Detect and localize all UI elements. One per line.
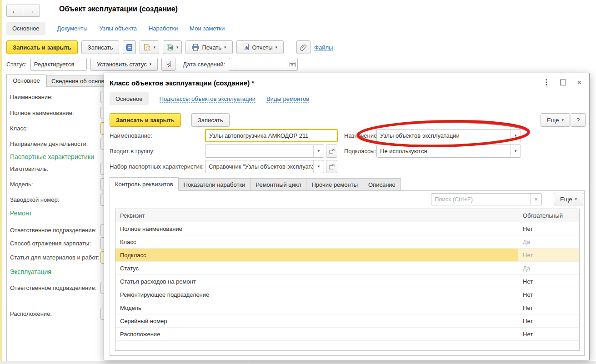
dropdown-button[interactable]: ▾ bbox=[313, 160, 324, 173]
set-status-label: Установить статус bbox=[97, 61, 147, 68]
status-check-button[interactable] bbox=[161, 58, 175, 71]
table-row-selected[interactable]: Подкласс Нет bbox=[115, 249, 579, 262]
group-open-button[interactable] bbox=[326, 145, 337, 158]
dropdown-button[interactable]: ▾ bbox=[510, 130, 521, 142]
search-input[interactable] bbox=[431, 194, 530, 205]
tab-remontny-cikl[interactable]: Ремонтный цикл bbox=[250, 178, 306, 191]
cell-required: Нет bbox=[518, 301, 579, 314]
dialog-tab-osnovnoe[interactable]: Основное bbox=[110, 92, 149, 105]
date-field[interactable]: . . bbox=[229, 58, 298, 71]
document-copy-arrow-icon bbox=[166, 44, 174, 51]
col-rekvizit[interactable]: Реквизит bbox=[115, 209, 518, 222]
reports-label: Отчеты bbox=[252, 44, 273, 51]
back-icon: ← bbox=[11, 7, 18, 15]
tab-narabotki[interactable]: Наработки bbox=[149, 25, 178, 32]
table-row[interactable]: Расположение Нет bbox=[115, 328, 579, 341]
table-row[interactable]: Статья расходов на ремонт Нет bbox=[115, 275, 579, 288]
dialog-label-nabor: Набор паспортных характеристик: bbox=[110, 163, 204, 170]
tab-pokazateli-narabotki[interactable]: Показатели наработки bbox=[179, 178, 251, 191]
dialog-tab-podklassy[interactable]: Подклассы объектов эксплуатации bbox=[160, 95, 255, 103]
bottom-strip-divider bbox=[248, 361, 248, 364]
caret-down-icon: ▾ bbox=[561, 118, 564, 122]
tab-dokumenty[interactable]: Документы bbox=[57, 25, 88, 32]
dialog-more-button[interactable]: Еще ▾ bbox=[541, 113, 570, 127]
list-button[interactable] bbox=[123, 40, 136, 54]
name-input[interactable]: Узлы автопогрузчика АМКОДОР 211 bbox=[205, 129, 338, 142]
table-row[interactable]: Модель Нет bbox=[115, 301, 579, 314]
open-window-icon bbox=[329, 164, 335, 170]
status-field[interactable]: Редактируется bbox=[30, 58, 87, 71]
table-row[interactable]: Серийный номер Нет bbox=[115, 314, 579, 328]
maximize-icon[interactable] bbox=[559, 79, 566, 86]
label-klass: Класс: bbox=[10, 125, 28, 132]
files-link[interactable]: Файлы bbox=[314, 44, 333, 51]
group-select[interactable]: ▾ bbox=[205, 145, 324, 158]
caret-down-icon: ▾ bbox=[153, 45, 155, 50]
date-label: Дата сведений: bbox=[183, 61, 225, 68]
dialog-label-naimenovanie: Наименование: bbox=[110, 132, 152, 139]
dialog-save-button[interactable]: Записать bbox=[191, 113, 230, 127]
schedule-button[interactable]: ▾ bbox=[140, 40, 159, 54]
date-value: . . bbox=[229, 58, 287, 70]
kebab-menu-icon[interactable] bbox=[543, 79, 550, 86]
cell-required: Нет bbox=[518, 222, 579, 235]
back-button[interactable]: ← bbox=[6, 5, 23, 17]
charset-value: Справочник "Узлы объектов эксплуатаци bbox=[205, 160, 313, 173]
subclass-select[interactable]: Не используются ▾ bbox=[376, 145, 521, 158]
purpose-select[interactable]: Узлы объектов эксплуатации ▾ bbox=[376, 129, 521, 142]
page-tab-svedeniya[interactable]: Сведения об основн bbox=[46, 75, 104, 87]
dialog-title: Класс объектов эксплуатации (создание) * bbox=[110, 79, 254, 87]
bottom-strip bbox=[0, 361, 596, 364]
charset-select[interactable]: Справочник "Узлы объектов эксплуатаци ▾ bbox=[205, 160, 324, 173]
tab-osnovnoe[interactable]: Основное bbox=[6, 22, 45, 35]
dialog-window-controls: × bbox=[543, 79, 583, 86]
paperclip-icon bbox=[300, 44, 307, 51]
window-edge bbox=[0, 0, 2, 364]
forward-button[interactable]: → bbox=[23, 5, 40, 17]
label-raspolozhenie: Расположение: bbox=[10, 310, 52, 317]
document-clock-icon bbox=[143, 44, 150, 51]
reports-button[interactable]: Отчеты ▾ bbox=[236, 40, 284, 54]
print-button[interactable]: Печать ▾ bbox=[185, 40, 232, 54]
dialog-tab-vidy-remontov[interactable]: Виды ремонтов bbox=[266, 95, 309, 103]
help-button[interactable]: ? bbox=[571, 113, 586, 127]
tab-moi-zametki[interactable]: Мои заметки bbox=[190, 25, 225, 32]
table-row[interactable]: Класс Да bbox=[115, 235, 579, 249]
tab-uzly-obekta[interactable]: Узлы объекта bbox=[100, 25, 137, 32]
dropdown-button[interactable]: ▾ bbox=[313, 145, 324, 157]
caret-down-icon: ▾ bbox=[150, 62, 152, 66]
print-label: Печать bbox=[202, 44, 221, 51]
attachments-button[interactable] bbox=[296, 40, 311, 54]
close-icon[interactable]: × bbox=[576, 79, 583, 86]
dialog-label-podklassy: Подклассы: bbox=[344, 148, 376, 155]
create-based-on-button[interactable]: ▾ bbox=[163, 40, 182, 54]
table-more-button[interactable]: Еще ▾ bbox=[554, 193, 583, 205]
set-status-button[interactable]: Установить статус ▾ bbox=[90, 58, 158, 71]
caret-down-icon: ▾ bbox=[318, 165, 320, 169]
save-button[interactable]: Записать bbox=[81, 40, 120, 54]
calendar-button[interactable] bbox=[287, 58, 297, 70]
charset-open-button[interactable] bbox=[326, 160, 337, 173]
table-row[interactable]: Статус Да bbox=[115, 262, 579, 275]
label-sposob-zarplaty: Способ отражения зарплаты: bbox=[10, 240, 91, 247]
more-label: Еще bbox=[560, 196, 572, 203]
tab-prochie-remonty[interactable]: Прочие ремонты bbox=[306, 178, 363, 191]
tab-kontrol-rekvizitov[interactable]: Контроль реквизитов bbox=[110, 177, 179, 191]
dialog-save-close-button[interactable]: Записать и закрыть bbox=[110, 113, 181, 127]
clear-search-button[interactable]: × bbox=[530, 194, 541, 205]
table-row[interactable]: Полное наименование Нет bbox=[115, 222, 579, 235]
status-label: Статус: bbox=[6, 61, 27, 68]
cell-required: Нет bbox=[518, 314, 579, 327]
table-header: Реквизит Обязательный bbox=[115, 209, 579, 222]
caret-down-icon: ▾ bbox=[318, 149, 320, 153]
table-row[interactable]: Ремонтирующее подразделение Нет bbox=[115, 288, 579, 301]
save-close-button[interactable]: Записать и закрыть bbox=[6, 40, 78, 54]
inner-tab-bar: Контроль реквизитов Показатели наработки… bbox=[110, 177, 401, 191]
dropdown-button[interactable]: ▾ bbox=[510, 145, 521, 157]
col-obyazatelny[interactable]: Обязательный bbox=[518, 209, 579, 222]
cell-required: Да bbox=[518, 235, 579, 248]
page-tab-osnovnoe[interactable]: Основное bbox=[6, 74, 46, 87]
tab-opisanie[interactable]: Описание bbox=[363, 178, 401, 191]
caret-down-icon: ▾ bbox=[224, 45, 226, 50]
label-izgotovitel: Изготовитель: bbox=[10, 165, 49, 172]
